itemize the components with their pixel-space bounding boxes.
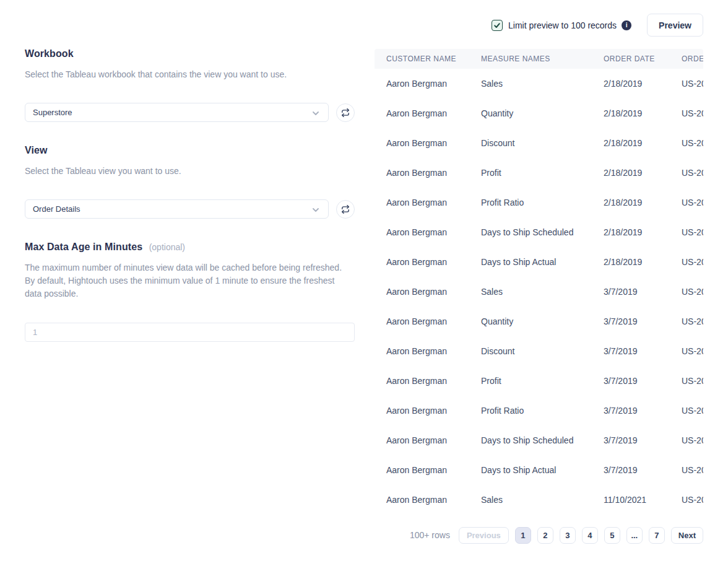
view-description: Select the Tableau view you want to use. xyxy=(25,165,355,178)
pagination: 100+ rows Previous 12345...7 Next xyxy=(375,526,703,544)
table-cell: Aaron Bergman xyxy=(386,79,481,89)
limit-preview-label: Limit preview to 100 records xyxy=(508,20,617,30)
table-cell: Aaron Bergman xyxy=(386,287,481,297)
table-cell: Sales xyxy=(481,287,604,297)
preview-toolbar: Limit preview to 100 records i Preview xyxy=(375,14,703,37)
table-cell: Aaron Bergman xyxy=(386,168,481,178)
workbook-select-value: Superstore xyxy=(33,108,72,117)
view-refresh-button[interactable] xyxy=(336,200,355,219)
table-cell: US-20 xyxy=(682,316,703,326)
page-button-2[interactable]: 2 xyxy=(537,527,553,544)
table-cell: Aaron Bergman xyxy=(386,376,481,386)
table-cell: 2/18/2019 xyxy=(604,108,682,118)
previous-page-button[interactable]: Previous xyxy=(459,527,509,544)
table-cell: Aaron Bergman xyxy=(386,406,481,416)
next-page-button[interactable]: Next xyxy=(671,527,703,544)
table-cell: US-20 xyxy=(682,257,703,267)
table-cell: Aaron Bergman xyxy=(386,257,481,267)
workbook-description: Select the Tableau workbook that contain… xyxy=(25,68,355,81)
page-button-1[interactable]: 1 xyxy=(515,527,531,544)
table-cell: 3/7/2019 xyxy=(604,287,682,297)
table-cell: 3/7/2019 xyxy=(604,406,682,416)
table-row: Aaron BergmanSales11/10/2021US-20 xyxy=(375,485,703,515)
table-cell: US-20 xyxy=(682,79,703,89)
checkmark-icon xyxy=(493,22,501,29)
table-cell: US-20 xyxy=(682,376,703,386)
table-cell: 3/7/2019 xyxy=(604,435,682,445)
table-cell: US-20 xyxy=(682,138,703,148)
refresh-icon xyxy=(341,108,350,117)
preview-button[interactable]: Preview xyxy=(647,14,703,37)
table-cell: Aaron Bergman xyxy=(386,435,481,445)
table-cell: Days to Ship Scheduled xyxy=(481,227,604,237)
table-row: Aaron BergmanDays to Ship Actual2/18/201… xyxy=(375,247,703,277)
table-cell: US-20 xyxy=(682,198,703,207)
table-cell: Aaron Bergman xyxy=(386,138,481,148)
workbook-select[interactable]: Superstore xyxy=(25,103,329,122)
table-header-row: CUSTOMER NAMEMEASURE NAMESORDER DATEORDE… xyxy=(375,49,703,69)
table-cell: Aaron Bergman xyxy=(386,198,481,207)
page-button-5[interactable]: 5 xyxy=(604,527,620,544)
table-row: Aaron BergmanDays to Ship Actual3/7/2019… xyxy=(375,455,703,485)
page-button-3[interactable]: 3 xyxy=(560,527,576,544)
table-row: Aaron BergmanDiscount2/18/2019US-20 xyxy=(375,128,703,158)
view-label: View xyxy=(25,145,355,156)
table-cell: Profit Ratio xyxy=(481,198,604,207)
chevron-down-icon xyxy=(311,108,321,121)
table-header-cell: CUSTOMER NAME xyxy=(386,54,481,63)
table-row: Aaron BergmanProfit2/18/2019US-20 xyxy=(375,158,703,188)
max-data-age-description: The maximum number of minutes view data … xyxy=(25,261,349,300)
workbook-refresh-button[interactable] xyxy=(336,103,355,122)
table-body: Aaron BergmanSales2/18/2019US-20Aaron Be… xyxy=(375,69,703,515)
max-data-age-input[interactable] xyxy=(25,323,355,342)
table-cell: US-20 xyxy=(682,465,703,475)
table-cell: Quantity xyxy=(481,108,604,118)
page-button-4[interactable]: 4 xyxy=(582,527,598,544)
table-cell: US-20 xyxy=(682,227,703,237)
table-cell: Aaron Bergman xyxy=(386,227,481,237)
table-row: Aaron BergmanQuantity3/7/2019US-20 xyxy=(375,307,703,336)
table-row: Aaron BergmanSales3/7/2019US-20 xyxy=(375,277,703,307)
table-cell: 2/18/2019 xyxy=(604,227,682,237)
view-select[interactable]: Order Details xyxy=(25,199,329,219)
table-cell: 2/18/2019 xyxy=(604,198,682,207)
table-cell: US-20 xyxy=(682,287,703,297)
table-cell: US-20 xyxy=(682,108,703,118)
limit-preview-checkbox[interactable] xyxy=(492,20,503,31)
page-button-7[interactable]: 7 xyxy=(649,527,665,544)
table-cell: Aaron Bergman xyxy=(386,108,481,118)
table-cell: Days to Ship Actual xyxy=(481,465,604,475)
table-row: Aaron BergmanDays to Ship Scheduled2/18/… xyxy=(375,217,703,247)
table-cell: Aaron Bergman xyxy=(386,316,481,326)
table-cell: Aaron Bergman xyxy=(386,346,481,356)
table-row: Aaron BergmanProfit Ratio3/7/2019US-20 xyxy=(375,396,703,425)
preview-table: CUSTOMER NAMEMEASURE NAMESORDER DATEORDE… xyxy=(375,49,703,515)
refresh-icon xyxy=(341,205,350,214)
table-cell: Days to Ship Scheduled xyxy=(481,435,604,445)
table-cell: Quantity xyxy=(481,316,604,326)
table-cell: 2/18/2019 xyxy=(604,257,682,267)
table-row: Aaron BergmanProfit3/7/2019US-20 xyxy=(375,366,703,396)
table-header-cell: MEASURE NAMES xyxy=(481,54,604,63)
max-data-age-label: Max Data Age in Minutes xyxy=(25,242,142,252)
table-cell: Profit xyxy=(481,376,604,386)
info-icon[interactable]: i xyxy=(622,20,631,30)
table-row: Aaron BergmanQuantity2/18/2019US-20 xyxy=(375,98,703,128)
table-cell: 3/7/2019 xyxy=(604,465,682,475)
table-cell: 3/7/2019 xyxy=(604,376,682,386)
table-row: Aaron BergmanProfit Ratio2/18/2019US-20 xyxy=(375,188,703,217)
table-cell: Discount xyxy=(481,346,604,356)
table-cell: 2/18/2019 xyxy=(604,79,682,89)
table-cell: Profit Ratio xyxy=(481,406,604,416)
page-ellipsis-button[interactable]: ... xyxy=(626,527,643,544)
rows-count: 100+ rows xyxy=(410,530,450,540)
table-cell: Sales xyxy=(481,79,604,89)
table-cell: Profit xyxy=(481,168,604,178)
table-cell: 3/7/2019 xyxy=(604,316,682,326)
chevron-down-icon xyxy=(311,205,321,217)
table-cell: 2/18/2019 xyxy=(604,138,682,148)
table-header-cell: ORDER DATE xyxy=(604,54,682,63)
table-cell: Discount xyxy=(481,138,604,148)
table-cell: US-20 xyxy=(682,346,703,356)
table-header-cell: ORDER xyxy=(682,54,703,63)
